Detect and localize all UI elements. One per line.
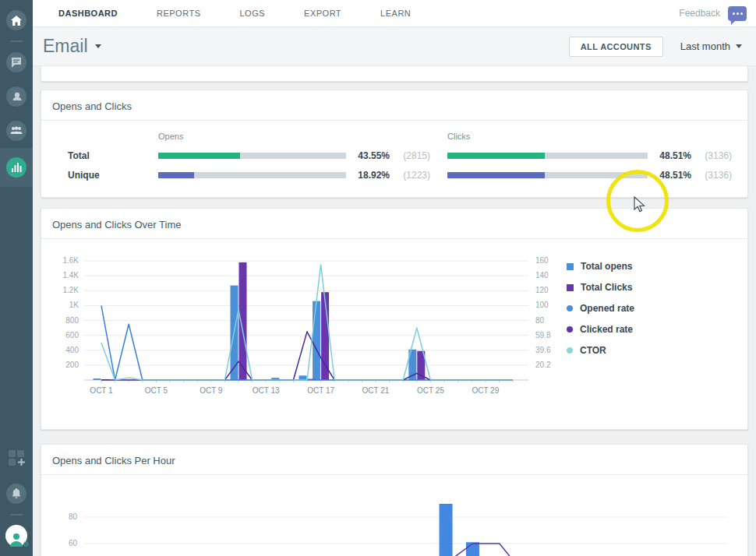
contact-icon — [6, 86, 26, 107]
sidebar-item-home[interactable] — [0, 3, 33, 37]
legend-circle-marker — [567, 305, 573, 311]
clicks-unique-count: (3136) — [698, 170, 732, 181]
svg-text:OCT 29: OCT 29 — [472, 386, 499, 395]
over-time-card: Opens and Clicks Over Time 1.6K1601.4K14… — [41, 208, 748, 430]
svg-text:1K: 1K — [69, 301, 79, 309]
stats-chart-icon — [6, 157, 26, 178]
avatar: ⚙ — [5, 525, 27, 547]
nav-item-reports[interactable]: REPORTS — [157, 9, 200, 18]
per-hour-card: Opens and Clicks Per Hour 806040 — [41, 444, 748, 556]
per-hour-chart: 806040 — [41, 475, 740, 556]
svg-text:OCT 17: OCT 17 — [307, 386, 334, 395]
chat-bubble-icon — [6, 52, 26, 72]
nav-item-learn[interactable]: LEARN — [380, 9, 411, 18]
sidebar: ⚙ — [0, 0, 33, 556]
sidebar-item-notifications[interactable] — [0, 477, 33, 511]
svg-text:160: 160 — [535, 256, 549, 265]
home-icon — [6, 10, 26, 30]
legend-circle-marker — [567, 326, 573, 333]
card-title: Opens and Clicks Over Time — [41, 209, 747, 239]
feedback-link[interactable]: Feedback — [679, 8, 720, 19]
svg-text:20.2: 20.2 — [535, 361, 551, 369]
card-title: Opens and Clicks — [41, 90, 747, 121]
svg-text:39.6: 39.6 — [535, 346, 551, 354]
opens-unique-pct: 18.92% — [352, 170, 390, 181]
svg-text:OCT 25: OCT 25 — [417, 386, 444, 395]
svg-text:1.6K: 1.6K — [62, 256, 79, 265]
row-label-unique: Unique — [52, 165, 158, 185]
legend-square-marker — [567, 263, 574, 270]
svg-text:OCT 5: OCT 5 — [145, 386, 168, 395]
opens-label: Opens — [158, 125, 430, 146]
progress-bar — [447, 153, 648, 159]
svg-text:200: 200 — [65, 361, 79, 369]
date-range-label: Last month — [680, 40, 730, 52]
opens-total-pct: 43.55% — [352, 150, 390, 161]
legend-item-total-opens[interactable]: Total opens — [567, 261, 691, 272]
svg-text:80: 80 — [69, 512, 78, 521]
progress-bar — [158, 172, 346, 178]
svg-text:400: 400 — [65, 346, 79, 354]
svg-text:OCT 1: OCT 1 — [90, 386, 113, 395]
legend-item-clicked-rate[interactable]: Clicked rate — [567, 324, 691, 335]
sidebar-divider-bottom — [10, 514, 23, 516]
users-group-icon — [6, 121, 26, 141]
svg-text:60: 60 — [69, 539, 78, 547]
legend-label: Total Clicks — [581, 282, 632, 293]
progress-bar — [158, 153, 346, 159]
apps-grid-icon — [8, 449, 25, 470]
svg-text:120: 120 — [535, 286, 549, 294]
nav-item-logs[interactable]: LOGS — [239, 9, 265, 18]
svg-text:600: 600 — [65, 331, 79, 340]
sidebar-item-account[interactable]: ⚙ — [0, 519, 33, 553]
svg-text:1.2K: 1.2K — [62, 286, 79, 294]
clicks-total-pct: 48.51% — [654, 150, 691, 161]
date-range-select[interactable]: Last month — [680, 40, 742, 52]
svg-text:140: 140 — [535, 271, 549, 280]
opens-unique-count: (1223) — [396, 170, 430, 181]
feedback-chat-icon[interactable] — [728, 6, 747, 21]
svg-text:800: 800 — [65, 316, 79, 325]
legend-square-marker — [567, 284, 574, 291]
sidebar-item-statistics[interactable] — [0, 148, 33, 187]
nav-items: DASHBOARD REPORTS LOGS EXPORT LEARN — [33, 9, 411, 18]
legend-label: Total opens — [581, 261, 632, 272]
nav-item-dashboard[interactable]: DASHBOARD — [58, 9, 118, 18]
legend-item-total-clicks[interactable]: Total Clicks — [567, 282, 691, 293]
chevron-down-icon — [95, 44, 101, 48]
main-content: Opens and Clicks Total Unique Opens 43.5… — [33, 66, 756, 556]
opens-total-row: 43.55% (2815) — [158, 146, 430, 165]
legend-circle-marker — [567, 347, 573, 354]
top-nav: DASHBOARD REPORTS LOGS EXPORT LEARN Feed… — [33, 0, 756, 27]
sidebar-item-audience[interactable] — [0, 114, 33, 148]
page-header: Email ALL ACCOUNTS Last month — [33, 27, 756, 66]
svg-text:59.8: 59.8 — [535, 331, 551, 340]
legend-label: Opened rate — [580, 303, 634, 314]
page-title-dropdown[interactable]: Email — [33, 36, 101, 57]
nav-item-export[interactable]: EXPORT — [304, 9, 341, 18]
clicks-total-row: 48.51% (3136) — [447, 146, 732, 165]
all-accounts-button[interactable]: ALL ACCOUNTS — [569, 37, 663, 57]
svg-text:OCT 9: OCT 9 — [200, 386, 223, 395]
progress-bar — [447, 172, 648, 178]
opens-group: Opens 43.55% (2815) 18.92% (1223) — [158, 125, 447, 185]
sidebar-divider — [10, 40, 23, 42]
svg-text:100: 100 — [535, 301, 549, 309]
legend-label: CTOR — [580, 345, 606, 356]
bell-icon — [6, 484, 26, 504]
clicks-unique-row: 48.51% (3136) — [447, 165, 732, 185]
sidebar-item-contacts[interactable] — [0, 79, 33, 114]
svg-text:1.4K: 1.4K — [62, 271, 79, 280]
sidebar-item-conversations[interactable] — [0, 45, 33, 79]
legend-label: Clicked rate — [580, 324, 633, 335]
partial-card-above — [41, 66, 748, 82]
opens-unique-row: 18.92% (1223) — [158, 165, 430, 185]
opens-clicks-card: Opens and Clicks Total Unique Opens 43.5… — [41, 90, 748, 198]
legend-item-ctor[interactable]: CTOR — [567, 345, 691, 356]
app-root: ⚙ DASHBOARD REPORTS LOGS EXPORT LEARN Fe… — [0, 0, 756, 556]
legend-item-opened-rate[interactable]: Opened rate — [567, 303, 691, 314]
row-label-total: Total — [52, 146, 158, 165]
page-title: Email — [43, 36, 88, 57]
sidebar-item-apps[interactable] — [0, 442, 33, 477]
chevron-down-icon — [736, 44, 742, 48]
